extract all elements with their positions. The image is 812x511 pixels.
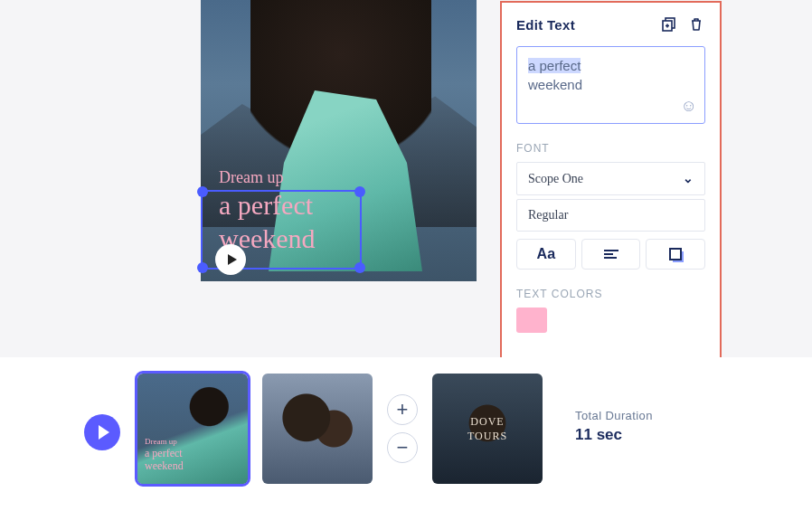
chevron-down-icon: ⌄ (683, 171, 694, 186)
edit-text-panel: Edit Text a perfect weekend ☺ FONT Scope… (500, 1, 722, 364)
duration-value: 11 sec (575, 426, 653, 444)
canvas-text-line1: Dream up (219, 167, 316, 188)
timeline-thumbnails: Dream up a perfect weekend + − DOVE TOUR… (137, 374, 543, 484)
text-input-line1: a perfect (528, 58, 581, 73)
play-icon (99, 425, 109, 440)
font-weight-select[interactable]: Regular (516, 199, 705, 232)
delete-button[interactable] (687, 15, 705, 33)
panel-header: Edit Text (516, 15, 705, 33)
resize-handle-br[interactable] (354, 262, 365, 273)
text-case-label: Aa (537, 246, 555, 262)
text-align-button[interactable] (581, 239, 641, 270)
timeline-play-button[interactable] (84, 414, 120, 450)
color-swatch[interactable] (516, 308, 547, 333)
text-background-button[interactable] (646, 239, 705, 270)
slide-thumb-3[interactable]: DOVE TOURS (432, 374, 543, 484)
font-section-label: FONT (516, 142, 705, 155)
font-weight-value: Regular (528, 208, 568, 222)
trash-icon (689, 17, 703, 32)
duration-label: Total Duration (575, 409, 653, 422)
emoji-picker-button[interactable]: ☺ (681, 95, 697, 118)
align-left-icon (604, 250, 618, 259)
slide-thumb-1-text: Dream up a perfect weekend (145, 437, 184, 473)
total-duration: Total Duration 11 sec (575, 409, 653, 444)
colors-section-label: TEXT COLORS (516, 288, 705, 300)
duplicate-icon (662, 17, 676, 32)
resize-handle-bl[interactable] (197, 262, 208, 273)
canvas-play-button[interactable] (215, 244, 246, 275)
slide-thumb-1[interactable]: Dream up a perfect weekend (137, 374, 248, 484)
resize-handle-tr[interactable] (354, 186, 365, 197)
slide-thumb-3-text: DOVE TOURS (432, 415, 543, 443)
panel-title: Edit Text (516, 17, 575, 33)
slide-thumb-2[interactable] (262, 374, 373, 484)
text-input-line2: weekend (528, 75, 694, 94)
text-case-button[interactable]: Aa (516, 239, 576, 270)
play-icon (228, 254, 237, 265)
box-shadow-icon (669, 248, 682, 260)
slide-add-remove: + − (387, 394, 418, 463)
text-content-input[interactable]: a perfect weekend ☺ (516, 46, 705, 124)
resize-handle-tl[interactable] (197, 186, 208, 197)
font-family-value: Scope One (528, 172, 583, 186)
remove-slide-button[interactable]: − (387, 432, 418, 463)
font-family-select[interactable]: Scope One ⌄ (516, 162, 705, 195)
duplicate-button[interactable] (660, 15, 678, 33)
add-slide-button[interactable]: + (387, 394, 418, 425)
